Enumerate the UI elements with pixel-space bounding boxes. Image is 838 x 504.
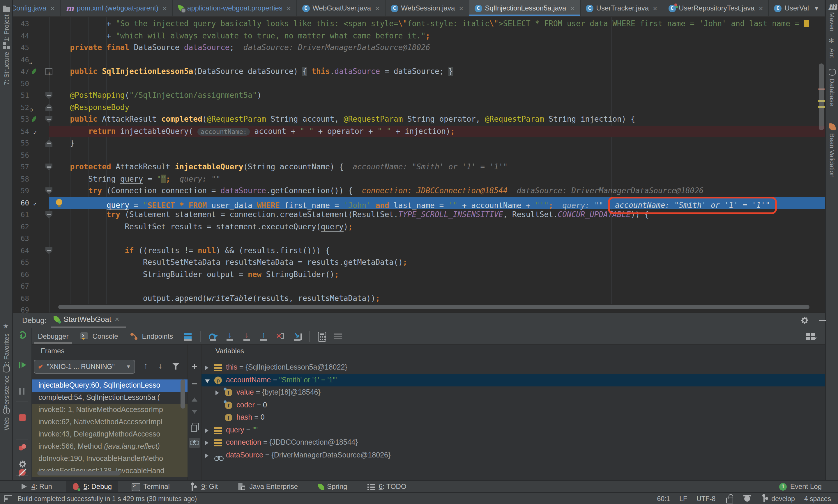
variable-row[interactable]: connection = {JDBCConnection@18544}: [202, 436, 825, 449]
expand-arrow-icon[interactable]: [215, 391, 219, 395]
frame-row[interactable]: invoke:566, Method (java.lang.reflect): [32, 440, 188, 453]
fold-marker[interactable]: [46, 187, 52, 194]
sidebar-item----project[interactable]: 1: Project: [0, 5, 13, 42]
line-number[interactable]: 52: [13, 102, 29, 113]
variable-row[interactable]: fvalue = {byte[18]@18546}: [202, 386, 825, 399]
editor-line[interactable]: 64 if ((results != null) && (results.fir…: [13, 245, 825, 257]
editor-line[interactable]: 51 @PostMapping("/SqlInjection/assignmen…: [13, 90, 825, 102]
line-number[interactable]: 53: [13, 113, 29, 125]
editor-line[interactable]: 50: [13, 78, 825, 90]
duplicate-icon[interactable]: [191, 425, 197, 432]
filter-frames-icon[interactable]: [172, 362, 180, 371]
git-branch-widget[interactable]: develop: [761, 494, 795, 503]
spring-bean-icon[interactable]: [32, 68, 40, 76]
line-number[interactable]: 63: [13, 233, 29, 245]
editor-line[interactable]: 44 + "which will always evaluate to true…: [13, 30, 825, 42]
debug-session-tab[interactable]: StartWebGoat ×: [54, 315, 119, 324]
frames-horizontal-scrollbar[interactable]: [37, 471, 121, 475]
frames-vertical-scrollbar[interactable]: [180, 379, 185, 409]
editor-line[interactable]: 60 query = "SELECT * FROM user_data WHER…: [13, 197, 825, 209]
bottom-tab-terminal[interactable]: Terminal: [126, 481, 176, 492]
view-breakpoints-icon[interactable]: [18, 443, 27, 452]
line-separator[interactable]: LF: [679, 495, 687, 502]
tab-endpoints[interactable]: Endpoints: [124, 328, 179, 344]
editor-line[interactable]: 67: [13, 281, 825, 292]
editor-tab[interactable]: mpom.xml (webgoat-parent)×: [60, 0, 173, 16]
frame-row[interactable]: invoke:43, DelegatingMethodAccesso: [32, 428, 188, 440]
editor-line[interactable]: 43 + "So the injected query basically lo…: [13, 18, 825, 30]
expand-arrow-icon[interactable]: [205, 453, 209, 458]
tab-debugger[interactable]: Debugger: [32, 328, 74, 344]
editor-line[interactable]: 65 ResultSetMetaData resultsMetaData = r…: [13, 257, 825, 269]
sidebar-item-ant[interactable]: Ant: [826, 38, 838, 58]
thread-selector-dropdown[interactable]: ✔ "XNIO-1 ... RUNNING" ▼: [34, 360, 135, 374]
debugger-settings-gear-icon[interactable]: [18, 460, 27, 468]
close-icon[interactable]: ×: [570, 4, 575, 12]
bottom-tab----git[interactable]: 9: Git: [184, 481, 224, 492]
line-number[interactable]: 60: [13, 197, 29, 209]
variable-row[interactable]: query = "": [202, 424, 825, 436]
variable-row[interactable]: paccountName = "Smith' or '1' = '1'": [202, 374, 825, 386]
fold-marker[interactable]: [46, 164, 52, 170]
sidebar-item-persistence[interactable]: Persistence: [0, 365, 13, 409]
fold-marker[interactable]: [46, 116, 52, 123]
editor-line[interactable]: 55 }: [13, 137, 825, 149]
editor-vertical-scrollbar[interactable]: [819, 64, 824, 130]
line-number[interactable]: 68: [13, 292, 29, 304]
editor-line[interactable]: 56: [13, 149, 825, 161]
chevron-down-icon[interactable]: ▼: [814, 5, 819, 11]
close-icon[interactable]: ×: [459, 4, 463, 12]
line-number[interactable]: 51: [13, 90, 29, 102]
mute-breakpoints-icon[interactable]: [18, 468, 27, 477]
editor-tab[interactable]: CUserVal▼: [769, 0, 825, 16]
pause-icon[interactable]: [18, 387, 27, 396]
editor-tab[interactable]: yConfig.java×: [13, 0, 60, 16]
lock-icon[interactable]: [725, 494, 733, 503]
add-watch-icon[interactable]: +: [188, 361, 202, 373]
close-icon[interactable]: ×: [115, 315, 119, 324]
bottom-tab----todo[interactable]: 6: TODO: [361, 481, 412, 492]
variable-row[interactable]: this = {SqlInjectionLesson5a@18022}: [202, 361, 825, 374]
line-number[interactable]: 65: [13, 257, 29, 269]
expand-arrow-icon[interactable]: [205, 379, 210, 383]
breakpoint-icon[interactable]: [32, 127, 40, 135]
editor-line[interactable]: 46: [13, 54, 825, 66]
close-icon[interactable]: ×: [286, 4, 291, 12]
close-icon[interactable]: ×: [375, 4, 379, 12]
move-down-icon[interactable]: [192, 410, 197, 417]
frame-up-icon[interactable]: [143, 362, 152, 371]
remove-watch-icon[interactable]: −: [188, 378, 202, 390]
editor-line[interactable]: 47 public SqlInjectionLesson5a(DataSourc…: [13, 66, 825, 78]
close-icon[interactable]: ×: [758, 4, 763, 12]
move-up-icon[interactable]: [192, 395, 197, 401]
line-number[interactable]: 66: [13, 269, 29, 281]
editor-line[interactable]: 66 StringBuilder output = new StringBuil…: [13, 269, 825, 281]
run-to-cursor-icon[interactable]: [292, 331, 302, 341]
editor-tab[interactable]: CUserRepositoryTest.java×: [663, 0, 769, 16]
editor-line[interactable]: 52 @ResponseBody: [13, 102, 825, 113]
editor-line[interactable]: 62 ResultSet results = statement.execute…: [13, 221, 825, 233]
variable-row[interactable]: fcoder = 0: [202, 399, 825, 412]
editor-tab[interactable]: CWebSession.java×: [385, 0, 469, 16]
editor-tab[interactable]: application-webgoat.properties×: [173, 0, 297, 16]
line-number[interactable]: 45: [13, 42, 29, 54]
sidebar-item-web[interactable]: Web: [0, 408, 13, 430]
variable-row[interactable]: dataSource = {DriverManagerDataSource@18…: [202, 449, 825, 462]
file-encoding[interactable]: UTF-8: [697, 495, 715, 502]
resume-icon[interactable]: [18, 361, 27, 369]
variable-row[interactable]: fhash = 0: [202, 412, 825, 424]
editor-line[interactable]: 45 private final DataSource dataSource; …: [13, 42, 825, 54]
bottom-tab-spring[interactable]: Spring: [312, 481, 353, 492]
fold-marker[interactable]: [46, 140, 52, 147]
sidebar-item----favorites[interactable]: 2: Favorites: [0, 324, 13, 367]
drop-frame-icon[interactable]: [276, 331, 285, 341]
breakpoint-icon[interactable]: [32, 199, 40, 207]
expand-arrow-icon[interactable]: [205, 428, 209, 433]
settings-lines-icon[interactable]: [334, 332, 343, 340]
line-number[interactable]: 64: [13, 245, 29, 257]
line-number[interactable]: 57: [13, 161, 29, 173]
line-number[interactable]: 69: [13, 304, 29, 312]
editor-line[interactable]: 59 try (Connection connection = dataSour…: [13, 185, 825, 197]
step-out-icon[interactable]: [259, 331, 268, 341]
indent-config[interactable]: 4 spaces: [804, 495, 831, 502]
